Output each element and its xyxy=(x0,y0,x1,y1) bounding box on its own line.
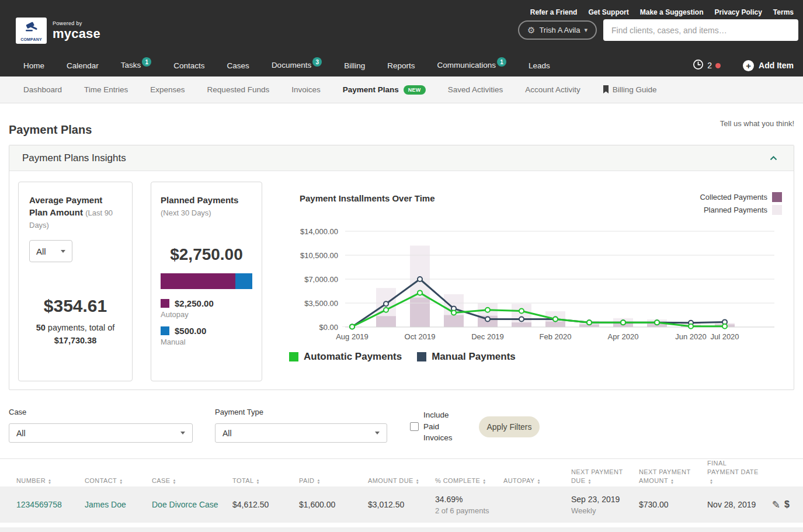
nav-item-documents[interactable]: Documents3 xyxy=(272,61,322,70)
sort-icon: ▲▼ xyxy=(256,479,259,485)
sort-icon: ▲▼ xyxy=(416,479,419,485)
logo[interactable]: COMPANY Powered by mycase xyxy=(16,18,100,44)
column-header-next-payment-amount[interactable]: NEXT PAYMENT AMOUNT▲▼ xyxy=(631,468,700,491)
paid-cell: $1,600.00 xyxy=(291,494,360,515)
average-filter-select[interactable]: All xyxy=(29,240,72,262)
average-note: 50 payments, total of $17,730.38 xyxy=(29,322,121,347)
feedback-link[interactable]: Tell us what you think! xyxy=(720,119,794,128)
subnav-item-payment-plans[interactable]: Payment PlansNEW xyxy=(343,85,426,95)
legend-manual-payments: Manual Payments xyxy=(417,351,516,363)
record-payment-icon[interactable]: $ xyxy=(784,500,790,509)
average-payment-card: Average Payment Plan Amount (Last 90 Day… xyxy=(18,182,133,381)
nav-item-billing[interactable]: Billing xyxy=(344,61,365,70)
subnav-item-expenses[interactable]: Expenses xyxy=(150,85,185,94)
utility-link-terms[interactable]: Terms xyxy=(773,8,794,16)
filters-bar: Case All Payment Type All Include Paid I… xyxy=(0,390,803,454)
column-header-total[interactable]: TOTAL▲▼ xyxy=(225,477,291,491)
case-filter-select[interactable]: All xyxy=(9,423,193,443)
utility-link-privacy-policy[interactable]: Privacy Policy xyxy=(714,8,762,16)
nav-right-controls: 2 + Add Item xyxy=(693,54,794,77)
sort-icon: ▲▼ xyxy=(710,479,713,485)
collapse-panel-button[interactable] xyxy=(770,156,777,161)
planned-legend: $2,250.00 Autopay $500.00 Manual xyxy=(161,298,252,346)
autopay-amount: $2,250.00 xyxy=(175,298,214,308)
column-header-amount-due[interactable]: AMOUNT DUE▲▼ xyxy=(360,477,427,491)
chevron-down-icon xyxy=(375,432,380,434)
subnav-item-billing-guide[interactable]: Billing Guide xyxy=(603,85,657,94)
add-item-button[interactable]: + Add Item xyxy=(743,60,794,71)
edit-payment-plan-icon[interactable]: ✎ xyxy=(772,500,780,510)
add-item-label: Add Item xyxy=(759,61,794,70)
mycase-brand: mycase xyxy=(53,27,100,40)
chevron-up-icon xyxy=(770,156,777,161)
nav-item-tasks[interactable]: Tasks1 xyxy=(121,61,152,70)
next-payment-due-cell: Sep 23, 2019Weekly xyxy=(564,489,631,521)
table-body: 1234569758James DoeDoe Divorce Case$4,61… xyxy=(0,486,803,532)
column-header-number[interactable]: NUMBER▲▼ xyxy=(9,477,77,491)
legend-planned-payments: Planned Payments xyxy=(704,205,782,215)
utility-link-refer-a-friend[interactable]: Refer a Friend xyxy=(530,8,578,16)
contact-link[interactable]: James Doe xyxy=(85,500,141,509)
svg-text:Jun 2020: Jun 2020 xyxy=(675,332,707,341)
legend-swatch-automatic-payments xyxy=(289,352,298,361)
autopay-legend-row: $2,250.00 xyxy=(161,298,252,308)
sort-icon: ▲▼ xyxy=(119,479,123,485)
autopay-swatch xyxy=(161,299,169,308)
svg-text:Apr 2020: Apr 2020 xyxy=(608,332,639,341)
subnav-item-account-activity[interactable]: Account Activity xyxy=(525,85,580,94)
notification-dot xyxy=(715,63,721,68)
chevron-down-icon: ▾ xyxy=(584,26,588,34)
search-input[interactable] xyxy=(603,19,798,41)
case-link[interactable]: Doe Divorce Case xyxy=(152,500,221,509)
svg-text:Aug 2019: Aug 2019 xyxy=(336,332,369,341)
recent-items-button[interactable]: 2 xyxy=(693,59,721,72)
apply-filters-button[interactable]: Apply Filters xyxy=(479,416,540,437)
column-header-actions xyxy=(763,485,794,491)
planned-stacked-bar xyxy=(161,273,252,289)
nav-item-leads[interactable]: Leads xyxy=(529,61,550,70)
main-nav: HomeCalendarTasks1ContactsCasesDocuments… xyxy=(23,54,550,77)
payment-plan-number-link[interactable]: 1234569758 xyxy=(16,500,74,509)
column-header-final-payment-date[interactable]: FINAL PAYMENT DATE▲▼ xyxy=(700,459,763,491)
utility-link-make-a-suggestion[interactable]: Make a Suggestion xyxy=(640,8,704,16)
nav-item-contacts[interactable]: Contacts xyxy=(173,61,204,70)
user-menu[interactable]: ⚙ Trish A Avila ▾ xyxy=(518,20,597,40)
bookmark-icon xyxy=(603,85,609,94)
badge-documents: 3 xyxy=(312,57,322,67)
nav-item-calendar[interactable]: Calendar xyxy=(67,61,99,70)
column-header-autopay[interactable]: AUTOPAY▲▼ xyxy=(496,477,564,491)
chart-bottom-legend: Automatic PaymentsManual Payments xyxy=(289,351,794,363)
badge-tasks: 1 xyxy=(142,57,151,67)
average-filter-value: All xyxy=(36,246,46,256)
svg-text:Jul 2020: Jul 2020 xyxy=(710,332,739,341)
subnav-item-dashboard[interactable]: Dashboard xyxy=(23,85,62,94)
subnav-item-requested-funds[interactable]: Requested Funds xyxy=(207,85,270,94)
subnav-item-saved-activities[interactable]: Saved Activities xyxy=(448,85,503,94)
payment-plans-page: Refer a FriendGet SupportMake a Suggesti… xyxy=(0,0,803,532)
billing-sub-nav: DashboardTime EntriesExpensesRequested F… xyxy=(0,77,803,103)
new-badge: NEW xyxy=(404,85,426,95)
subnav-item-time-entries[interactable]: Time Entries xyxy=(84,85,128,94)
utility-link-get-support[interactable]: Get Support xyxy=(588,8,628,16)
percent-complete-cell: 34.69%2 of 6 payments xyxy=(427,489,496,521)
svg-text:$14,000.00: $14,000.00 xyxy=(300,227,338,236)
column-header-next-payment-due[interactable]: NEXT PAYMENT DUE▲▼ xyxy=(564,468,631,491)
nav-item-cases[interactable]: Cases xyxy=(227,61,249,70)
nav-item-communications[interactable]: Communications1 xyxy=(437,61,506,70)
user-name: Trish A Avila xyxy=(539,26,580,34)
nav-item-home[interactable]: Home xyxy=(23,61,44,70)
payment-type-filter-select[interactable]: All xyxy=(215,423,387,443)
payment-plans-table: NUMBER▲▼CONTACT▲▼CASE▲▼TOTAL▲▼PAID▲▼AMOU… xyxy=(0,458,803,532)
subnav-item-invoices[interactable]: Invoices xyxy=(291,85,321,94)
company-logo: COMPANY xyxy=(16,18,47,44)
column-header-contact[interactable]: CONTACT▲▼ xyxy=(77,477,144,491)
column-header-paid[interactable]: PAID▲▼ xyxy=(291,477,360,491)
sort-icon: ▲▼ xyxy=(173,479,176,485)
average-payment-card-title: Average Payment Plan Amount (Last 90 Day… xyxy=(29,194,121,231)
svg-text:Dec 2019: Dec 2019 xyxy=(471,332,504,341)
nav-item-reports[interactable]: Reports xyxy=(387,61,415,70)
include-paid-invoices-checkbox[interactable] xyxy=(410,422,419,431)
column-header-case[interactable]: CASE▲▼ xyxy=(144,477,225,491)
manual-bar-segment xyxy=(235,273,252,289)
insights-panel-header[interactable]: Payment Plans Insights xyxy=(9,145,794,171)
